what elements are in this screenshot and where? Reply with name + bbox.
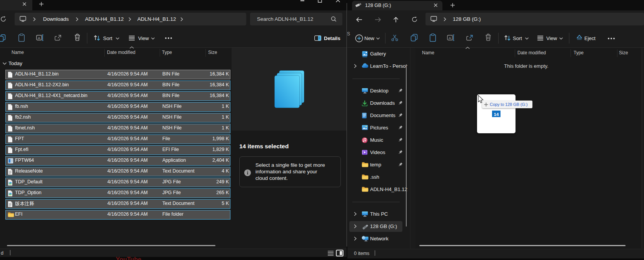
svg-text:A: A [449,36,451,40]
svg-text:A: A [38,36,40,40]
